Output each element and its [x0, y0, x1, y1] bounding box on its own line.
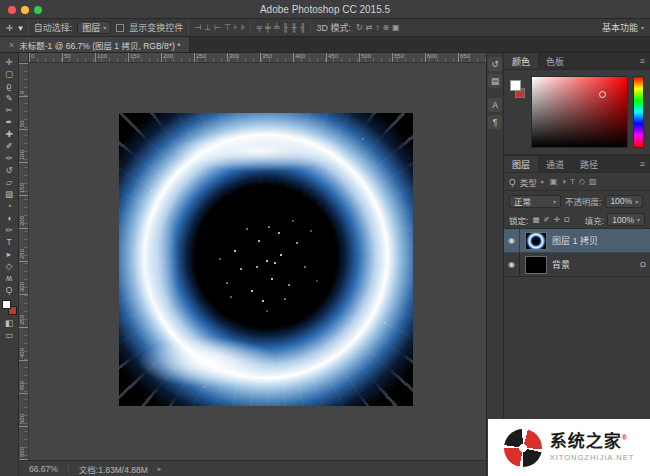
history-brush-tool[interactable]: ↺ [0, 164, 19, 176]
eyedropper-tool[interactable]: ✒ [0, 116, 19, 128]
screen-mode-icon[interactable]: ▭ [0, 329, 19, 341]
3d-roll-icon[interactable]: ⇄ [366, 23, 373, 32]
show-transform-checkbox[interactable] [116, 24, 124, 32]
hand-tool[interactable]: ʍ [0, 272, 19, 284]
gradient-tool[interactable]: ▨ [0, 188, 19, 200]
tool-preset-chevron-icon[interactable]: ▾ [18, 21, 23, 34]
tab-layers[interactable]: 图层 [504, 156, 538, 172]
align-left-icon[interactable]: ⊣ [194, 23, 201, 32]
fill-dropdown[interactable]: 100% ▾ [607, 213, 645, 226]
distribute-center-h-icon[interactable]: ╫ [291, 23, 297, 32]
3d-scale-icon[interactable]: ▣ [392, 23, 400, 32]
auto-select-dropdown[interactable]: 图层 ▾ [77, 21, 111, 34]
filter-pixel-layers-icon[interactable]: ▣ [550, 177, 558, 186]
zoom-window-button[interactable] [34, 6, 42, 14]
layer-row-background[interactable]: ◉ 背景 Ω [504, 253, 650, 277]
panel-menu-icon[interactable]: ≡ [635, 53, 650, 69]
rectangular-marquee-tool[interactable]: ▢ [0, 68, 19, 80]
type-tool[interactable]: T [0, 236, 19, 248]
lock-all-icon[interactable]: Ω [564, 215, 570, 224]
clone-stamp-tool[interactable]: ✑ [0, 152, 19, 164]
path-selection-tool[interactable]: ▸ [0, 248, 19, 260]
filter-adjustment-layers-icon[interactable]: ◑ [561, 177, 566, 186]
3d-drag-icon[interactable]: ↕ [375, 23, 379, 32]
lock-pixels-icon[interactable]: ✐ [543, 215, 549, 224]
align-right-icon[interactable]: ⊢ [214, 23, 221, 32]
quick-selection-tool[interactable]: ✎ [0, 92, 19, 104]
tab-paths[interactable]: 路径 [572, 156, 606, 172]
xitongzhijia-logo-icon [504, 429, 542, 467]
history-panel-icon[interactable]: ↺ [488, 57, 502, 71]
zoom-level[interactable]: 66.67% [29, 464, 58, 474]
filter-type-layers-icon[interactable]: T [570, 177, 575, 186]
filter-smart-objects-icon[interactable]: ▨ [589, 177, 597, 186]
window-controls [8, 6, 42, 14]
tab-close-icon[interactable]: × [9, 40, 14, 50]
status-chevron-icon[interactable]: ▸ [158, 465, 162, 473]
lasso-tool[interactable]: ϱ [0, 80, 19, 92]
auto-select-value: 图层 [82, 21, 100, 34]
pen-tool[interactable]: ✏ [0, 224, 19, 236]
blend-mode-row: 正常 ▾ 不透明度: 100% ▾ [504, 191, 650, 211]
layer-row-layer1-copy[interactable]: ◉ 图层 1 拷贝 [504, 229, 650, 253]
lock-transparent-icon[interactable]: ▦ [532, 215, 539, 224]
pasteboard[interactable] [29, 63, 486, 460]
document-tab[interactable]: × 未标题-1 @ 66.7% (图层 1 拷贝, RGB/8*) * [0, 37, 190, 52]
color-swatches[interactable] [2, 300, 17, 315]
crop-tool[interactable]: ✂ [0, 104, 19, 116]
tab-swatches[interactable]: 色板 [538, 53, 572, 69]
vertical-ruler[interactable]: 050100150200250300350400450500550 [19, 63, 29, 460]
panel-foreground-color-swatch[interactable] [510, 80, 521, 91]
align-bottom-icon[interactable]: ⊧ [241, 23, 245, 32]
move-tool[interactable]: ✛ [0, 56, 19, 68]
align-top-icon[interactable]: ⊤ [224, 23, 231, 32]
character-panel-icon[interactable]: A [488, 98, 502, 112]
paragraph-panel-icon[interactable]: ¶ [488, 115, 502, 129]
canvas[interactable] [119, 113, 413, 406]
brush-tool[interactable]: ✐ [0, 140, 19, 152]
tab-color[interactable]: 颜色 [504, 53, 538, 69]
layer-filter-row: Ǫ 类型 ▾ ▣◑T◇▨ [504, 173, 650, 191]
minimize-window-button[interactable] [21, 6, 29, 14]
align-center-v-icon[interactable]: ⊦ [234, 23, 238, 32]
chevron-down-icon[interactable]: ▾ [541, 178, 544, 185]
distribute-top-icon[interactable]: ╤ [256, 23, 262, 32]
workspace-switcher[interactable]: 基本功能 ▾ [602, 21, 644, 34]
shape-tool[interactable]: ◇ [0, 260, 19, 272]
layer-name[interactable]: 图层 1 拷贝 [552, 234, 598, 247]
hue-slider[interactable] [633, 76, 644, 148]
spot-healing-tool[interactable]: ✚ [0, 128, 19, 140]
filter-type-label[interactable]: 类型 [520, 176, 537, 188]
tool-preset-icon[interactable]: ✛ [6, 23, 13, 33]
panel-menu-icon[interactable]: ≡ [635, 156, 650, 172]
chevron-down-icon: ▾ [553, 198, 556, 205]
distribute-left-icon[interactable]: ╟ [282, 23, 288, 32]
horizontal-ruler[interactable]: 050100150200250300350400450500550600650 [29, 53, 486, 63]
foreground-color-swatch[interactable] [2, 300, 11, 309]
align-center-h-icon[interactable]: ⊥ [204, 23, 211, 32]
distribute-right-icon[interactable]: ╢ [300, 23, 306, 32]
blend-mode-dropdown[interactable]: 正常 ▾ [509, 195, 561, 208]
layer-name[interactable]: 背景 [552, 258, 570, 271]
distribute-center-v-icon[interactable]: ╪ [265, 23, 271, 32]
layer-thumbnail[interactable] [525, 256, 547, 274]
eraser-tool[interactable]: ▱ [0, 176, 19, 188]
close-window-button[interactable] [8, 6, 16, 14]
3d-rotate-icon[interactable]: ↻ [356, 23, 363, 32]
lock-position-icon[interactable]: ✛ [554, 215, 560, 224]
opacity-dropdown[interactable]: 100% ▾ [605, 195, 643, 208]
color-cursor[interactable] [599, 91, 606, 98]
layer-thumbnail[interactable] [525, 232, 547, 250]
distribute-bottom-icon[interactable]: ╧ [274, 23, 280, 32]
visibility-eye-icon[interactable]: ◉ [504, 229, 520, 252]
properties-panel-icon[interactable]: ▤ [488, 74, 502, 88]
visibility-eye-icon[interactable]: ◉ [504, 253, 520, 276]
blur-tool[interactable]: ◔ [0, 200, 19, 212]
saturation-brightness-field[interactable] [531, 76, 628, 148]
quick-mask-icon[interactable]: ◧ [0, 317, 19, 329]
filter-shape-layers-icon[interactable]: ◇ [579, 177, 585, 186]
tab-channels[interactable]: 通道 [538, 156, 572, 172]
dodge-tool[interactable]: ◖ [0, 212, 19, 224]
zoom-tool[interactable]: Ǫ [0, 284, 19, 296]
3d-slide-icon[interactable]: ⊕ [382, 23, 389, 32]
